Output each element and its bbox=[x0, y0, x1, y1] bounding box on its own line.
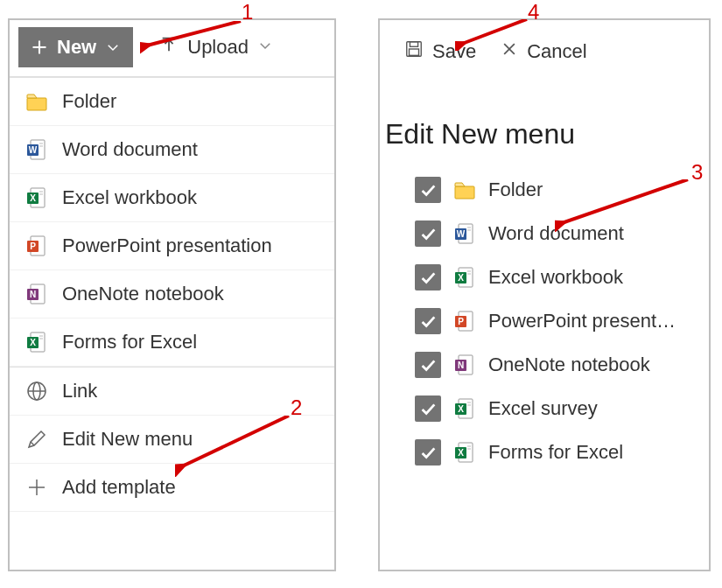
new-menu-panel: New Upload FolderWord documentExcel work… bbox=[8, 18, 336, 571]
globe-icon bbox=[25, 380, 48, 402]
menu-item-label: PowerPoint presentation bbox=[62, 234, 272, 257]
edit-menu-heading: Edit New menu bbox=[380, 76, 709, 168]
checkbox[interactable] bbox=[415, 308, 441, 334]
checkbox[interactable] bbox=[415, 220, 441, 247]
onenote-icon bbox=[453, 354, 476, 376]
save-icon bbox=[404, 39, 424, 64]
menu-item-folder[interactable]: Folder bbox=[10, 77, 334, 126]
edit-row-label: Word document bbox=[488, 222, 624, 245]
menu-item-onenote-notebook[interactable]: OneNote notebook bbox=[10, 270, 334, 318]
edit-menu-list: FolderWord documentExcel workbookPowerPo… bbox=[380, 168, 709, 474]
upload-icon bbox=[159, 35, 179, 60]
word-icon bbox=[25, 138, 48, 161]
chevron-down-icon bbox=[105, 39, 121, 55]
folder-icon bbox=[453, 178, 476, 201]
edit-row-label: Excel workbook bbox=[488, 266, 623, 289]
plus-icon bbox=[25, 476, 48, 499]
edit-menu-panel: Save Cancel Edit New menu FolderWord doc… bbox=[378, 18, 711, 571]
menu-item-add-template[interactable]: Add template bbox=[10, 464, 334, 512]
excel-icon bbox=[25, 331, 48, 354]
new-menu-list: FolderWord documentExcel workbookPowerPo… bbox=[10, 76, 334, 512]
edit-row-excel-workbook[interactable]: Excel workbook bbox=[415, 256, 683, 299]
edit-row-word-document[interactable]: Word document bbox=[415, 212, 683, 256]
checkbox[interactable] bbox=[415, 439, 441, 466]
edit-row-forms-for-excel[interactable]: Forms for Excel bbox=[415, 430, 683, 474]
edit-row-label: PowerPoint present… bbox=[488, 310, 676, 332]
upload-button-label: Upload bbox=[187, 36, 249, 59]
cancel-button-label: Cancel bbox=[527, 40, 586, 63]
left-toolbar: New Upload bbox=[10, 20, 334, 76]
edit-row-label: Forms for Excel bbox=[488, 441, 623, 464]
menu-item-powerpoint-presentation[interactable]: PowerPoint presentation bbox=[10, 222, 334, 270]
edit-row-onenote-notebook[interactable]: OneNote notebook bbox=[415, 343, 683, 387]
close-icon bbox=[501, 40, 518, 63]
edit-row-label: Excel survey bbox=[488, 397, 598, 420]
checkbox[interactable] bbox=[415, 177, 441, 203]
excel-icon bbox=[453, 397, 476, 420]
menu-item-excel-workbook[interactable]: Excel workbook bbox=[10, 174, 334, 222]
plus-icon bbox=[31, 38, 48, 56]
menu-item-word-document[interactable]: Word document bbox=[10, 126, 334, 174]
chevron-down-icon bbox=[257, 36, 273, 59]
powerpoint-icon bbox=[453, 310, 476, 332]
excel-icon bbox=[453, 266, 476, 289]
new-button[interactable]: New bbox=[18, 27, 133, 67]
pencil-icon bbox=[25, 428, 48, 451]
excel-icon bbox=[453, 441, 476, 464]
menu-item-label: Word document bbox=[62, 138, 198, 161]
new-button-label: New bbox=[57, 36, 96, 59]
checkbox[interactable] bbox=[415, 264, 441, 290]
upload-button[interactable]: Upload bbox=[159, 35, 273, 60]
menu-item-label: Folder bbox=[62, 90, 116, 113]
menu-item-forms-for-excel[interactable]: Forms for Excel bbox=[10, 318, 334, 367]
powerpoint-icon bbox=[25, 234, 48, 257]
edit-row-label: OneNote notebook bbox=[488, 354, 650, 376]
word-icon bbox=[453, 222, 476, 245]
edit-row-label: Folder bbox=[488, 178, 543, 201]
right-toolbar: Save Cancel bbox=[380, 20, 709, 76]
menu-item-label: Forms for Excel bbox=[62, 331, 197, 354]
menu-item-label: Excel workbook bbox=[62, 186, 197, 209]
checkbox[interactable] bbox=[415, 352, 441, 378]
menu-item-link[interactable]: Link bbox=[10, 367, 334, 416]
menu-item-label: Edit New menu bbox=[62, 428, 193, 451]
onenote-icon bbox=[25, 283, 48, 305]
menu-item-label: Add template bbox=[62, 476, 176, 499]
cancel-button[interactable]: Cancel bbox=[501, 40, 586, 63]
checkbox[interactable] bbox=[415, 396, 441, 422]
edit-row-excel-survey[interactable]: Excel survey bbox=[415, 387, 683, 430]
menu-item-label: Link bbox=[62, 380, 97, 402]
edit-row-powerpoint-present-[interactable]: PowerPoint present… bbox=[415, 299, 683, 343]
edit-row-folder[interactable]: Folder bbox=[415, 168, 683, 212]
save-button-label: Save bbox=[432, 40, 476, 63]
save-button[interactable]: Save bbox=[404, 39, 476, 64]
excel-icon bbox=[25, 186, 48, 209]
menu-item-label: OneNote notebook bbox=[62, 283, 224, 305]
folder-icon bbox=[25, 90, 48, 113]
menu-item-edit-new-menu[interactable]: Edit New menu bbox=[10, 416, 334, 464]
